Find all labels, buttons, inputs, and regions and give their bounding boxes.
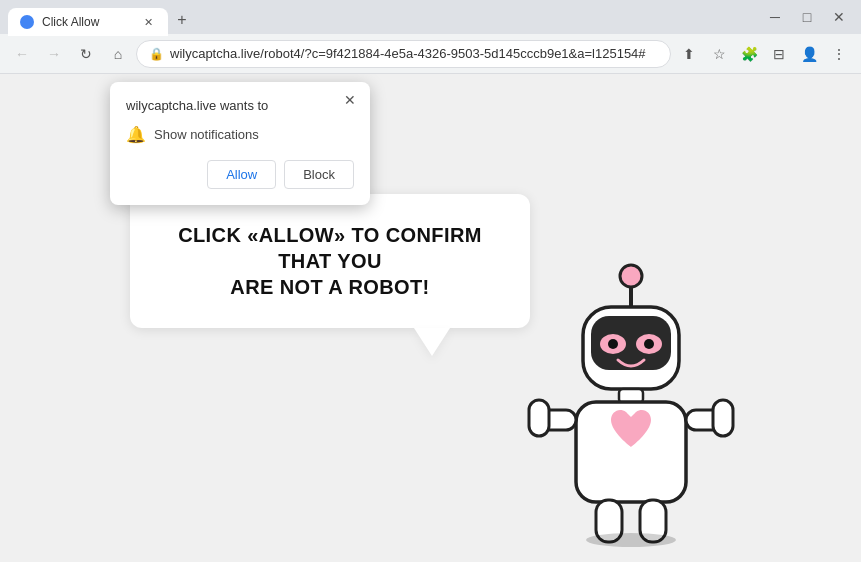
svg-rect-13 [713,400,733,436]
allow-button[interactable]: Allow [207,160,276,189]
minimize-button[interactable]: ─ [761,3,789,31]
close-window-button[interactable]: ✕ [825,3,853,31]
address-bar[interactable]: 🔒 wilycaptcha.live/robot4/?c=9f421884-4e… [136,40,671,68]
tab-favicon [20,15,34,29]
svg-point-1 [620,265,642,287]
extensions-button[interactable]: 🧩 [735,40,763,68]
robot-shadow [586,533,676,547]
speech-bubble-text: CLICK «ALLOW» TO CONFIRM THAT YOU ARE NO… [166,222,494,300]
new-tab-button[interactable]: + [168,6,196,34]
popup-permission-row: 🔔 Show notifications [126,125,354,144]
active-tab[interactable]: Click Allow ✕ [8,8,168,36]
notification-permission-popup: ✕ wilycaptcha.live wants to 🔔 Show notif… [110,82,370,205]
bookmark-button[interactable]: ☆ [705,40,733,68]
popup-actions: Allow Block [126,160,354,189]
lock-icon: 🔒 [149,47,164,61]
window-controls: ─ □ ✕ [761,3,853,31]
speech-bubble-container: CLICK «ALLOW» TO CONFIRM THAT YOU ARE NO… [130,194,530,328]
toolbar-actions: ⬆ ☆ 🧩 ⊟ 👤 ⋮ [675,40,853,68]
block-button[interactable]: Block [284,160,354,189]
menu-button[interactable]: ⋮ [825,40,853,68]
popup-site-text: wilycaptcha.live wants to [126,98,354,113]
share-button[interactable]: ⬆ [675,40,703,68]
popup-permission-label: Show notifications [154,127,259,142]
svg-rect-11 [529,400,549,436]
tab-close-button[interactable]: ✕ [140,14,156,30]
bell-icon: 🔔 [126,125,146,144]
popup-close-button[interactable]: ✕ [340,90,360,110]
robot-character [521,252,741,552]
title-bar: Click Allow ✕ + ─ □ ✕ [0,0,861,34]
split-button[interactable]: ⊟ [765,40,793,68]
tab-title: Click Allow [42,15,132,29]
reload-button[interactable]: ↻ [72,40,100,68]
home-button[interactable]: ⌂ [104,40,132,68]
browser-content: ✕ wilycaptcha.live wants to 🔔 Show notif… [0,74,861,562]
profile-button[interactable]: 👤 [795,40,823,68]
maximize-button[interactable]: □ [793,3,821,31]
back-button[interactable]: ← [8,40,36,68]
robot-svg [521,252,741,562]
speech-bubble: CLICK «ALLOW» TO CONFIRM THAT YOU ARE NO… [130,194,530,328]
svg-point-7 [644,339,654,349]
url-text: wilycaptcha.live/robot4/?c=9f421884-4e5a… [170,46,658,61]
browser-toolbar: ← → ↻ ⌂ 🔒 wilycaptcha.live/robot4/?c=9f4… [0,34,861,74]
tab-strip: Click Allow ✕ + [8,0,757,34]
svg-point-6 [608,339,618,349]
forward-button[interactable]: → [40,40,68,68]
